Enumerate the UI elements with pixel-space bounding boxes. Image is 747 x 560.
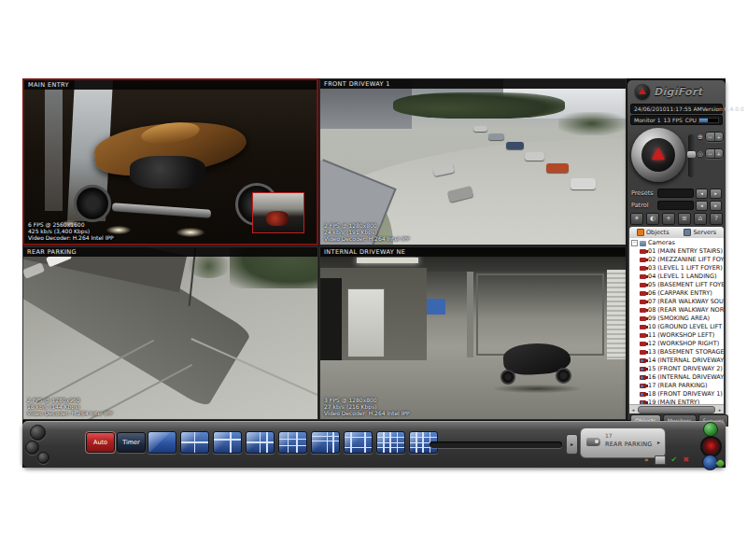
camera-view-main-entry[interactable]: MAIN ENTRY 6 FPS @ 2560x1600 425 kb/s (3… (22, 78, 318, 245)
scrollbar-thumb[interactable] (638, 406, 715, 413)
camera-icon (640, 333, 646, 338)
timer-mode-button[interactable]: Timer (117, 432, 146, 453)
tree-item-camera-11[interactable]: 11 (WORKSHOP LEFT) (631, 331, 724, 340)
tree-item-camera-09[interactable]: 09 (SMOKING AREA) (631, 315, 724, 323)
layout-button-layout-4[interactable] (180, 431, 209, 454)
parked-car (546, 163, 569, 173)
zoom-rocker[interactable]: −+ (705, 132, 724, 142)
toolbar-knob-icon[interactable] (30, 425, 46, 441)
camera-next-icon[interactable]: ▸ (655, 434, 663, 451)
confirm-check-icon[interactable]: ✔ (671, 455, 678, 465)
presets-next-button[interactable]: ▸ (710, 189, 722, 199)
motorcycle-engine (130, 156, 205, 189)
focus-rocker[interactable]: −+ (705, 148, 724, 159)
camera-icon (640, 367, 646, 371)
zoom-in-button[interactable]: + (715, 133, 723, 141)
green-action-button[interactable] (703, 422, 718, 437)
help-icon[interactable]: ? (710, 213, 723, 225)
tree-item-camera-15[interactable]: 15 (FRONT DRIVEWAY 2) (631, 365, 724, 373)
cancel-x-icon[interactable]: ✖ (683, 455, 689, 465)
presets-prev-button[interactable]: ◂ (696, 189, 708, 199)
camera-view-rear-parking[interactable]: REAR PARKING 2 FPS @ 1280x960 18 kb/s (1… (22, 246, 318, 420)
ptz-speed-slider[interactable] (688, 134, 695, 177)
light-icon[interactable]: ☀ (630, 213, 643, 225)
presets-value-box[interactable] (657, 189, 694, 198)
cpu-meter: CPU (685, 117, 719, 123)
wiper-icon[interactable]: + (662, 213, 675, 225)
tree-item-camera-01[interactable]: 01 (MAIN ENTRY STAIRS) (631, 247, 724, 256)
toolbar-knob-icon[interactable] (37, 452, 49, 464)
ptz-speed-knob[interactable] (687, 151, 696, 158)
ptz-joystick[interactable] (631, 128, 685, 182)
focus-far-button[interactable]: + (715, 149, 723, 158)
iris-icon[interactable]: ◐ (646, 213, 659, 225)
tree-item-camera-04[interactable]: 04 (LEVEL 1 LANDING) (631, 273, 724, 281)
panel-tab-servers[interactable]: Servers (677, 227, 725, 238)
tree-item-label: 18 (FRONT DRIVEWAY 1) (648, 390, 723, 399)
pip-content (266, 211, 289, 226)
layout-button-layout-9[interactable] (278, 431, 307, 454)
tree-item-camera-10[interactable]: 10 (GROUND LEVEL LIFT FOYER) (631, 323, 724, 331)
zoom-out-button[interactable]: − (706, 133, 714, 141)
collapse-icon[interactable]: − (631, 240, 638, 246)
camera-grid: MAIN ENTRY 6 FPS @ 2560x1600 425 kb/s (3… (22, 78, 627, 420)
tree-item-label: 04 (LEVEL 1 LANDING) (648, 273, 716, 281)
fast-forward-icon[interactable]: » (644, 455, 649, 465)
tree-item-label: 02 (MEZZANINE LIFT FOYER) (648, 256, 724, 264)
panel-tab-objects-label: Objects (646, 229, 669, 236)
motorcycle-front-wheel (556, 368, 571, 384)
tree-item-camera-08[interactable]: 08 (REAR WALKWAY NORTHEAST) (631, 306, 724, 315)
tree-item-camera-06[interactable]: 06 (CARPARK ENTRY) (631, 289, 724, 298)
panel-tab-objects[interactable]: Objects (629, 227, 677, 238)
tree-item-label: 03 (LEVEL 1 LIFT FOYER) (648, 264, 723, 273)
pip-inset-view[interactable] (252, 192, 304, 233)
toolbar-knob-icon[interactable] (25, 441, 39, 455)
parked-car (571, 178, 596, 189)
home-icon[interactable]: ⌂ (694, 213, 707, 225)
tree-item-camera-07[interactable]: 07 (REAR WALKWAY SOUTHWEST) (631, 298, 724, 306)
layout-button-layout-6[interactable] (213, 431, 242, 454)
tree-item-camera-03[interactable]: 03 (LEVEL 1 LIFT FOYER) (631, 264, 724, 273)
patrol-value-box[interactable] (657, 201, 694, 210)
monitor-icon[interactable] (655, 455, 666, 465)
focus-near-button[interactable]: − (706, 149, 714, 158)
tree-item-camera-17[interactable]: 17 (REAR PARKING) (631, 382, 724, 390)
patrol-next-button[interactable]: ▸ (710, 201, 722, 211)
layout-button-layout-8[interactable] (246, 431, 275, 454)
tree-item-label: 11 (WORKSHOP LEFT) (648, 331, 714, 340)
camera-tree: − Cameras 01 (MAIN ENTRY STAIRS)02 (MEZZ… (629, 238, 724, 404)
tree-item-camera-13[interactable]: 13 (BASEMENT STORAGE) (631, 348, 724, 357)
ptz-control-area: ⊕ −+ ◎ −+ (627, 127, 726, 187)
camera-view-front-driveway-1[interactable]: FRONT DRIVEWAY 1 2 FPS @ 1280x800 (319, 78, 627, 245)
tree-root-cameras[interactable]: − Cameras (631, 239, 724, 247)
menu-icon[interactable]: ≡ (678, 213, 691, 225)
layout-button-layout-13[interactable] (344, 431, 373, 454)
tree-item-camera-14[interactable]: 14 (INTERNAL DRIVEWAY SW) (631, 357, 724, 365)
tree-item-label: 19 (MAIN ENTRY) (648, 399, 699, 404)
tree-item-camera-16[interactable]: 16 (INTERNAL DRIVEWAY NE) (631, 373, 724, 382)
motorcycle-shadow (494, 385, 580, 393)
tree-item-camera-05[interactable]: 05 (BASEMENT LIFT FOYER) (631, 281, 724, 289)
tree-item-camera-12[interactable]: 12 (WORKSHOP RIGHT) (631, 340, 724, 348)
horizontal-scrollbar[interactable]: ◂ ▸ (629, 404, 724, 413)
green-leaf-icon (716, 459, 726, 469)
tree-item-camera-02[interactable]: 02 (MEZZANINE LIFT FOYER) (631, 256, 724, 264)
layout-button-layout-10[interactable] (311, 431, 340, 454)
camera-view-internal-driveway-ne[interactable]: INTERNAL DRIVEWAY NE 3 FPS @ 1280x800 27… (319, 246, 627, 420)
auto-mode-button[interactable]: Auto (86, 432, 115, 453)
layout-button-layout-1[interactable] (148, 431, 176, 454)
layout-button-layout-16[interactable] (376, 431, 405, 454)
patrol-prev-button[interactable]: ◂ (696, 201, 708, 211)
camera-icon (640, 375, 646, 380)
scroll-right-icon[interactable]: ▸ (716, 407, 724, 413)
zoom-icon: ⊕ (698, 133, 705, 141)
stats-fps: 6 FPS @ 2560x1600 (28, 221, 114, 228)
presets-row: Presets ◂ ▸ (631, 188, 722, 199)
tree-item-camera-18[interactable]: 18 (FRONT DRIVEWAY 1) (631, 390, 724, 399)
selected-camera-panel[interactable]: 17 REAR PARKING ▸ (580, 427, 666, 458)
scroll-left-icon[interactable]: ◂ (629, 407, 637, 413)
strip-next-button[interactable]: ▸ (566, 434, 578, 455)
tree-root-label: Cameras (648, 239, 675, 247)
patrol-label: Patrol (631, 202, 655, 209)
patrol-row: Patrol ◂ ▸ (631, 200, 722, 211)
